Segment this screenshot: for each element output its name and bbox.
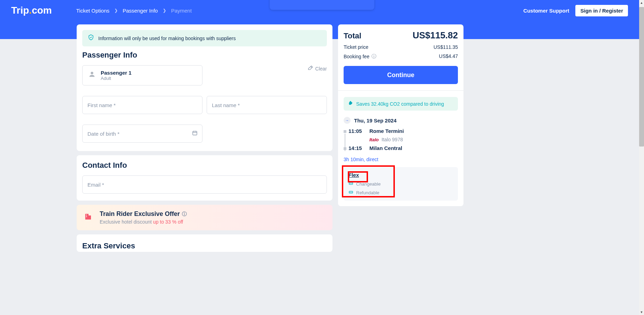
chevron-right-icon: ❯ <box>114 8 118 13</box>
shield-icon <box>88 34 94 42</box>
arrow-right-icon: → <box>344 117 351 124</box>
departure-station: Rome Termini <box>369 128 404 134</box>
info-banner-text: Information will only be used for making… <box>98 36 236 41</box>
flex-refundable: Refundable <box>356 190 380 195</box>
continue-button[interactable]: Continue <box>344 66 458 84</box>
scroll-up-icon[interactable]: ▲ <box>639 0 644 6</box>
trip-logo[interactable]: Trip.com <box>11 5 52 16</box>
booking-fee-label: Booking fee <box>344 54 369 59</box>
clear-button[interactable]: Clear <box>308 65 327 72</box>
ticket-icon <box>348 190 353 196</box>
hotel-icon <box>84 211 93 224</box>
dob-input[interactable] <box>82 125 202 143</box>
booking-fee-value: US$4.47 <box>439 53 458 60</box>
info-icon[interactable]: ⓘ <box>182 211 187 217</box>
flex-title[interactable]: Flex <box>348 172 359 178</box>
chevron-right-icon: ❯ <box>163 8 166 13</box>
svg-rect-7 <box>89 216 91 220</box>
svg-rect-6 <box>85 214 89 219</box>
itinerary-dot <box>344 130 346 133</box>
breadcrumb-step-ticket-options[interactable]: Ticket Options <box>76 8 109 14</box>
departure-time: 11:05 <box>348 128 364 134</box>
svg-point-0 <box>91 72 93 74</box>
svg-rect-2 <box>193 131 197 135</box>
clear-label: Clear <box>315 66 327 72</box>
last-name-input[interactable] <box>207 96 327 114</box>
logo-text-b: com <box>32 5 52 16</box>
info-banner: Information will only be used for making… <box>82 30 327 46</box>
first-name-input[interactable] <box>82 96 202 114</box>
total-label: Total <box>344 31 361 40</box>
passenger-label: Passenger 1 <box>101 70 131 76</box>
trip-date: Thu, 19 Sep 2024 <box>354 118 397 123</box>
promo-sub-b: up to 33 % off <box>153 219 183 225</box>
svg-rect-8 <box>86 215 87 215</box>
scroll-down-icon[interactable]: ▼ <box>639 309 644 315</box>
info-icon[interactable]: ⓘ <box>371 53 376 60</box>
flex-changeable: Changeable <box>356 181 381 187</box>
customer-support-link[interactable]: Customer Support <box>523 8 569 14</box>
trip-duration[interactable]: 3h 10min, direct <box>344 157 458 162</box>
total-value: US$115.82 <box>413 30 458 41</box>
promo-title: Train Rider Exclusive Offer <box>100 210 180 218</box>
calendar-icon[interactable] <box>192 130 198 137</box>
arrival-station: Milan Central <box>369 145 402 151</box>
scrollbar[interactable]: ▲ ▼ <box>639 0 644 315</box>
person-icon <box>88 70 96 80</box>
promo-sub-a: Exclusive hotel discount <box>100 219 153 225</box>
scroll-thumb[interactable] <box>639 7 644 147</box>
fare-flex-box: Flex Changeable Refundable <box>344 167 458 201</box>
ticket-price-label: Ticket price <box>344 44 368 50</box>
promo-banner[interactable]: Train Rider Exclusive Offer ⓘ Exclusive … <box>77 205 332 230</box>
eco-text: Saves 32.40kg CO2 compared to driving <box>356 101 444 107</box>
passenger-type: Adult <box>101 76 131 81</box>
arrival-time: 14:15 <box>348 145 364 151</box>
contact-info-title: Contact Info <box>82 161 327 170</box>
signin-button[interactable]: Sign in / Register <box>575 5 628 16</box>
breadcrumb-step-payment: Payment <box>171 8 192 14</box>
train-number: Italo 9978 <box>382 137 403 142</box>
svg-line-1 <box>310 67 312 68</box>
extra-services-title: Extra Services <box>82 241 327 250</box>
itinerary-dot <box>344 147 346 150</box>
breadcrumb-step-passenger-info[interactable]: Passenger Info <box>123 8 158 14</box>
logo-dot: . <box>29 5 32 16</box>
passenger-info-title: Passenger Info <box>82 51 327 60</box>
breadcrumb: Ticket Options ❯ Passenger Info ❯ Paymen… <box>76 8 192 14</box>
eco-banner: Saves 32.40kg CO2 compared to driving <box>344 97 458 111</box>
eraser-icon <box>308 65 313 72</box>
italo-logo: Italo <box>369 137 379 142</box>
email-input[interactable] <box>82 175 327 194</box>
leaf-icon <box>348 100 353 107</box>
svg-rect-9 <box>86 216 87 217</box>
ticket-price-value: US$111.35 <box>434 44 458 50</box>
ticket-icon <box>348 181 353 187</box>
logo-text-a: Trip <box>11 5 29 16</box>
passenger-card[interactable]: Passenger 1 Adult <box>82 65 202 85</box>
